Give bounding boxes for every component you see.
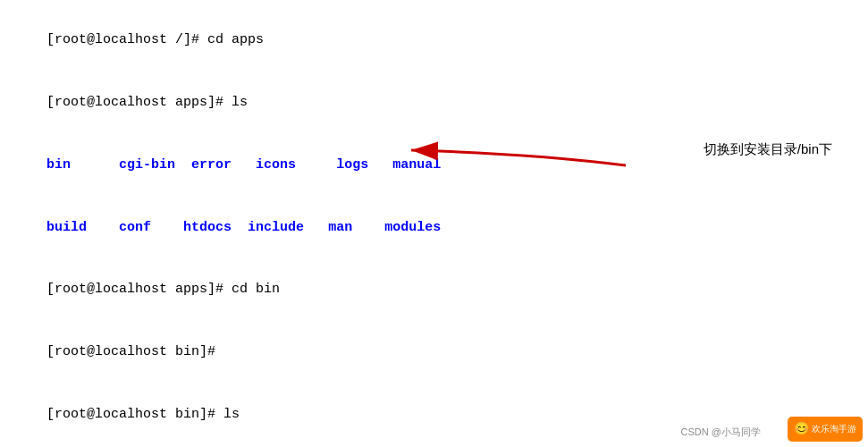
terminal-line-2: [root@localhost apps]# ls [14,72,854,134]
terminal-line-6: [root@localhost bin]# [14,321,854,384]
watermark-left: CSDN @小马同学 [681,425,761,440]
watermark-right: 😊 欢乐淘手游 [788,417,863,442]
terminal-line-5: [root@localhost apps]# cd bin [14,258,854,321]
terminal-line-1: [root@localhost /]# cd apps [14,9,854,72]
annotation: 切换到安装目录/bin下 [704,139,832,159]
terminal: [root@localhost /]# cd apps [root@localh… [0,0,868,447]
terminal-line-4: build conf htdocs include man modules [14,196,854,258]
